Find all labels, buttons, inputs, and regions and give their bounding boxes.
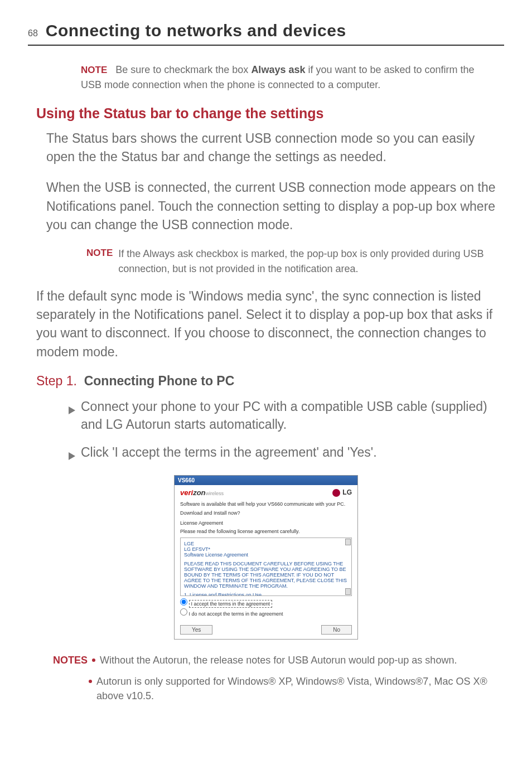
verizon-zon: zon xyxy=(193,488,205,497)
verizon-logo: verizonwireless xyxy=(180,488,224,497)
paragraph-2: When the USB is connected, the current U… xyxy=(46,178,496,234)
page-number: 68 xyxy=(28,28,38,38)
lg-circle-icon xyxy=(332,489,340,497)
notes-label: NOTES xyxy=(53,653,88,667)
note-label: NOTE xyxy=(81,65,107,75)
radio-accept-row[interactable]: I accept the terms in the agreement xyxy=(180,598,352,607)
note-bold-text: Always ask xyxy=(251,64,305,75)
license-body: PLEASE READ THIS DOCUMENT CAREFULLY BEFO… xyxy=(184,561,348,589)
license-instruction: Please read the following license agreem… xyxy=(180,529,352,535)
no-button[interactable]: No xyxy=(321,625,352,635)
step-label: Step 1. xyxy=(36,374,77,388)
bullet-item-2: Click 'I accept the terms in the agreeme… xyxy=(69,443,496,464)
page-content: NOTE Be sure to checkmark the box Always… xyxy=(0,62,532,703)
svg-marker-1 xyxy=(69,452,75,460)
triangle-bullet-icon xyxy=(69,447,75,464)
note-block-2: NOTE If the Always ask checkbox is marke… xyxy=(86,246,496,275)
note-label: NOTE xyxy=(86,246,113,275)
note-text-before: Be sure to checkmark the box xyxy=(115,64,251,75)
verizon-veri: veri xyxy=(180,488,193,497)
page-header: 68 Connecting to networks and devices xyxy=(28,0,504,46)
lg-logo-wrap: LG xyxy=(332,488,352,497)
triangle-bullet-icon xyxy=(69,401,75,433)
radio-decline[interactable] xyxy=(180,608,187,616)
notes-item-2: Autorun is only supported for Windows® X… xyxy=(96,674,496,703)
paragraph-3: If the default sync mode is 'Windows med… xyxy=(36,287,496,361)
dialog-body: Software is available that will help you… xyxy=(175,499,357,623)
radio-decline-label: I do not accept the terms in the agreeme… xyxy=(189,611,283,617)
bullet-text: Connect your phone to your PC with a com… xyxy=(81,398,496,433)
notes-block: NOTES Without the Autorun, the release n… xyxy=(53,653,496,667)
dialog-titlebar: VS660 xyxy=(175,476,357,485)
license-section-1: 1. License and Restrictions on Use. xyxy=(184,592,348,596)
dialog-footer: Yes No xyxy=(175,623,357,639)
radio-accept[interactable] xyxy=(180,598,187,606)
step-title: Connecting Phone to PC xyxy=(84,374,235,388)
license-agreement-label: License Agreement xyxy=(180,520,352,527)
dialog-brand-header: verizonwireless LG xyxy=(175,485,357,500)
paragraph-1: The Status bars shows the current USB co… xyxy=(46,129,496,167)
note-text: If the Always ask checkbox is marked, th… xyxy=(118,246,496,275)
license-line-2: LG EFSVT* xyxy=(184,546,348,552)
bullet-text: Click 'I accept the terms in the agreeme… xyxy=(81,443,377,464)
scroll-down-icon[interactable] xyxy=(345,588,351,595)
notes-sub-item: Autorun is only supported for Windows® X… xyxy=(89,674,496,703)
license-text-box[interactable]: LGE LG EFSVT* Software License Agreement… xyxy=(180,538,352,596)
radio-decline-row[interactable]: I do not accept the terms in the agreeme… xyxy=(180,608,352,617)
section-title: Connecting to networks and devices xyxy=(46,21,346,40)
dot-bullet-icon xyxy=(92,659,95,662)
dot-bullet-icon xyxy=(89,680,92,683)
dialog-text-1: Software is available that will help you… xyxy=(180,501,352,508)
lg-logo-text: LG xyxy=(342,488,352,496)
license-line-1: LGE xyxy=(184,541,348,546)
bullet-item-1: Connect your phone to your PC with a com… xyxy=(69,398,496,433)
radio-accept-label: I accept the terms in the agreement xyxy=(189,600,273,608)
notes-item-1: Without the Autorun, the release notes f… xyxy=(100,653,457,667)
subheading-status-bar: Using the Status bar to change the setti… xyxy=(36,105,496,122)
scroll-up-icon[interactable] xyxy=(345,539,351,545)
installer-dialog-screenshot: VS660 verizonwireless LG Software is ava… xyxy=(174,475,358,640)
note-block-1: NOTE Be sure to checkmark the box Always… xyxy=(81,62,496,92)
step-1-heading: Step 1. Connecting Phone to PC xyxy=(36,374,496,389)
license-line-3: Software License Agreement xyxy=(184,552,348,558)
svg-marker-0 xyxy=(69,406,75,414)
dialog-window: VS660 verizonwireless LG Software is ava… xyxy=(174,475,358,640)
dialog-text-2: Download and Install now? xyxy=(180,510,352,517)
yes-button[interactable]: Yes xyxy=(180,625,212,635)
verizon-wireless: wireless xyxy=(206,491,224,496)
